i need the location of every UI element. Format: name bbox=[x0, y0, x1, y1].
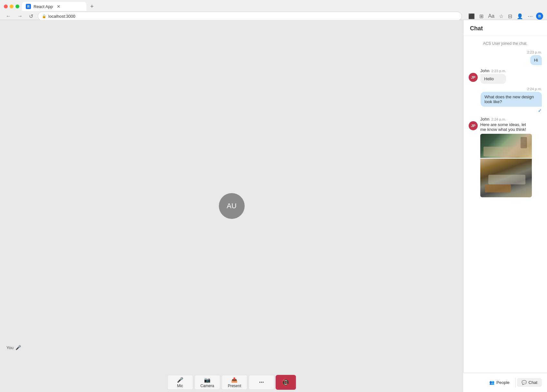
extensions-icon[interactable]: ⊞ bbox=[478, 13, 485, 20]
sender-name: John bbox=[480, 117, 489, 122]
chat-messages: ACS User joined the chat. 2:23 p.m. Hi J… bbox=[464, 36, 547, 373]
video-user-avatar: AU bbox=[219, 193, 245, 219]
center-controls: 🎤 Mic 📷 Camera 📤 Present ··· 📵 bbox=[167, 375, 296, 390]
browser-tab[interactable]: R React App ✕ bbox=[22, 2, 86, 11]
profiles-icon[interactable]: 👤 bbox=[515, 13, 524, 20]
video-area: AU You 🎤 🎤 Mic 📷 Camera 📤 Present bbox=[0, 20, 463, 392]
refresh-button[interactable]: ↺ bbox=[27, 13, 35, 20]
url-text: localhost:3000 bbox=[48, 14, 75, 19]
you-text: You bbox=[6, 345, 14, 350]
message-outgoing-hi: 2:23 p.m. Hi bbox=[469, 50, 542, 65]
message-text: Here are some ideas, let me know what yo… bbox=[480, 122, 532, 132]
read-receipt: ✓ bbox=[538, 108, 542, 113]
people-tab-button[interactable]: 👥 People bbox=[485, 378, 514, 387]
interior-image bbox=[480, 159, 532, 197]
browser-titlebar: R React App ✕ + bbox=[0, 0, 547, 12]
message-bubble: What does the new design look like? bbox=[481, 92, 542, 107]
chat-panel: Chat ACS User joined the chat. 2:23 p.m.… bbox=[463, 20, 547, 392]
tab-close-button[interactable]: ✕ bbox=[57, 4, 61, 9]
message-bubble: Hello bbox=[480, 74, 506, 84]
message-content: John 2:24 p.m. Here are some ideas, let … bbox=[480, 117, 532, 197]
app-container: AU You 🎤 🎤 Mic 📷 Camera 📤 Present bbox=[0, 20, 547, 392]
design-images bbox=[480, 134, 532, 197]
address-bar[interactable]: 🔒 localhost:3000 bbox=[38, 12, 462, 21]
camera-icon: 📷 bbox=[204, 377, 210, 383]
message-outgoing-design: 2:24 p.m. What does the new design look … bbox=[469, 87, 542, 113]
camera-label: Camera bbox=[200, 384, 214, 388]
sender-avatar: JP bbox=[469, 73, 478, 82]
sender-name: John bbox=[480, 68, 489, 73]
maximize-window-button[interactable] bbox=[15, 5, 19, 8]
user-initials: AU bbox=[227, 202, 237, 210]
present-label: Present bbox=[228, 384, 241, 388]
bottom-controls-bar: 🎤 Mic 📷 Camera 📤 Present ··· 📵 bbox=[0, 373, 463, 392]
sender-avatar: JP bbox=[469, 121, 478, 130]
chat-icon: 💬 bbox=[522, 380, 527, 385]
close-window-button[interactable] bbox=[4, 5, 8, 8]
you-label: You 🎤 bbox=[6, 345, 21, 350]
mic-label: Mic bbox=[177, 384, 183, 388]
user-profile-avatar[interactable]: B bbox=[536, 13, 543, 20]
mic-icon: 🎤 bbox=[177, 377, 183, 383]
screen-share-icon[interactable]: ⬛ bbox=[467, 13, 476, 20]
forward-button[interactable]: → bbox=[15, 13, 24, 20]
image-container[interactable] bbox=[480, 134, 532, 197]
browser-actions: ⬛ ⊞ Aa ☆ ⊟ 👤 ⋯ B bbox=[467, 13, 543, 20]
minimize-window-button[interactable] bbox=[10, 5, 14, 8]
present-button[interactable]: 📤 Present bbox=[221, 375, 247, 390]
end-call-button[interactable]: 📵 bbox=[276, 375, 296, 390]
message-time: 2:24 p.m. bbox=[527, 87, 542, 91]
tab-title: React App bbox=[34, 4, 53, 9]
message-bubble: Hi bbox=[530, 55, 542, 65]
bookmark-icon[interactable]: ☆ bbox=[498, 13, 505, 20]
message-incoming-hello: JP John 2:23 p.m. Hello bbox=[469, 68, 542, 84]
reader-mode-icon[interactable]: Aa bbox=[487, 13, 496, 20]
chat-tab-button[interactable]: 💬 Chat bbox=[517, 378, 542, 387]
message-meta: 2:24 p.m. bbox=[527, 87, 542, 91]
more-menu-icon[interactable]: ⋯ bbox=[526, 13, 534, 20]
end-call-icon: 📵 bbox=[282, 378, 290, 386]
back-button[interactable]: ← bbox=[4, 13, 13, 20]
bottom-panel-tabs: 👥 People 💬 Chat bbox=[463, 373, 547, 392]
message-time: 2:23 p.m. bbox=[491, 69, 506, 73]
people-label: People bbox=[496, 380, 509, 385]
message-content: John 2:23 p.m. Hello bbox=[480, 68, 506, 84]
window-controls bbox=[4, 5, 19, 8]
chat-label: Chat bbox=[529, 380, 537, 385]
split-view-icon[interactable]: ⊟ bbox=[507, 13, 513, 20]
message-time: 2:23 p.m. bbox=[527, 50, 542, 54]
tab-divider bbox=[515, 378, 516, 387]
kitchen-image bbox=[480, 134, 532, 158]
mute-indicator-icon: 🎤 bbox=[15, 345, 21, 350]
camera-button[interactable]: 📷 Camera bbox=[194, 375, 220, 390]
message-header: John 2:24 p.m. bbox=[480, 117, 532, 122]
chat-header: Chat bbox=[464, 20, 547, 36]
message-header: John 2:23 p.m. bbox=[480, 68, 506, 74]
more-options-icon: ··· bbox=[259, 379, 264, 386]
new-tab-button[interactable]: + bbox=[90, 3, 94, 10]
present-icon: 📤 bbox=[231, 377, 238, 383]
secure-icon: 🔒 bbox=[42, 14, 46, 18]
tab-favicon: R bbox=[26, 4, 31, 9]
browser-chrome: R React App ✕ + ← → ↺ 🔒 localhost:3000 ⬛… bbox=[0, 0, 547, 20]
message-meta: 2:23 p.m. bbox=[527, 50, 542, 54]
chat-title: Chat bbox=[470, 25, 483, 32]
more-options-button[interactable]: ··· bbox=[249, 375, 274, 390]
system-message: ACS User joined the chat. bbox=[469, 40, 542, 47]
people-icon: 👥 bbox=[489, 380, 494, 385]
message-incoming-ideas: JP John 2:24 p.m. Here are some ideas, l… bbox=[469, 117, 542, 197]
mic-button[interactable]: 🎤 Mic bbox=[167, 375, 193, 390]
message-time: 2:24 p.m. bbox=[491, 117, 506, 121]
